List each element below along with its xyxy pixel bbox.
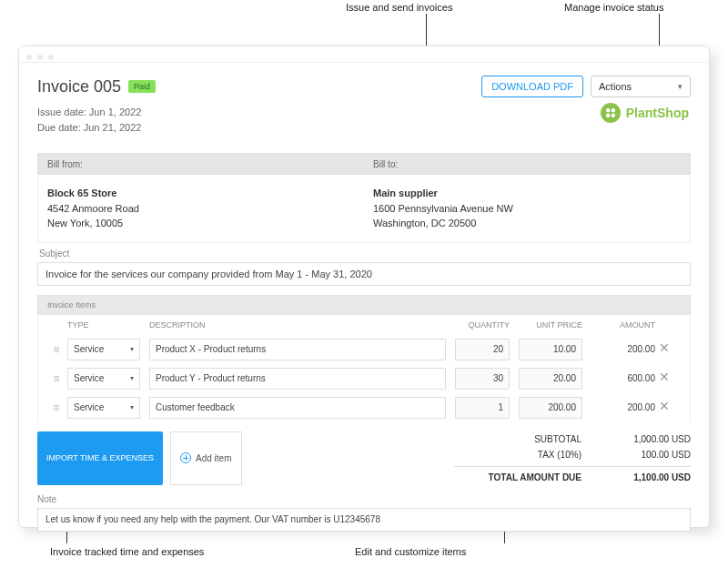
subject-input[interactable] bbox=[37, 262, 691, 286]
due-date: Due date: Jun 21, 2022 bbox=[37, 120, 691, 136]
bill-from-name: Block 65 Store bbox=[47, 186, 364, 201]
chevron-down-icon: ▾ bbox=[678, 82, 682, 91]
plus-icon bbox=[180, 452, 191, 463]
bill-to-name: Main supplier bbox=[373, 186, 690, 201]
issue-date: Issue date: Jun 1, 2022 bbox=[37, 105, 691, 120]
bill-to: Main supplier 1600 Pennsylvania Avenue N… bbox=[364, 186, 690, 231]
bill-from-line1: 4542 Anmoore Road bbox=[47, 201, 364, 217]
chevron-down-icon: ▾ bbox=[130, 403, 134, 411]
annotation-top-right: Manage invoice status bbox=[564, 2, 663, 13]
bill-to-label: Bill to: bbox=[364, 159, 690, 169]
item-unit-price-input[interactable] bbox=[519, 339, 582, 360]
actions-dropdown[interactable]: Actions ▾ bbox=[591, 76, 691, 97]
annotation-bottom-left: Invoice tracked time and expenses bbox=[50, 546, 204, 557]
bill-from: Block 65 Store 4542 Anmoore Road New Yor… bbox=[38, 186, 364, 231]
logo-text: PlantShop bbox=[626, 106, 689, 120]
item-amount: 200.00 bbox=[582, 344, 655, 354]
delete-row-button[interactable]: ✕ bbox=[655, 370, 673, 388]
drag-handle-icon[interactable]: ≡ bbox=[46, 343, 67, 356]
download-pdf-button[interactable]: DOWNLOAD PDF bbox=[481, 76, 583, 97]
import-time-expenses-button[interactable]: IMPORT TIME & EXPENSES bbox=[37, 431, 163, 485]
app-window: Invoice 005 Paid DOWNLOAD PDF Actions ▾ … bbox=[18, 46, 710, 528]
annotation-bottom-right: Edit and customize items bbox=[355, 546, 466, 557]
logo-icon bbox=[601, 103, 621, 123]
item-unit-price-input[interactable] bbox=[519, 397, 582, 419]
brand-logo: PlantShop bbox=[601, 103, 689, 123]
invoice-items-header: Invoice Items bbox=[37, 295, 691, 315]
bill-to-line2: Washington, DC 20500 bbox=[373, 216, 690, 231]
delete-row-button[interactable]: ✕ bbox=[655, 340, 673, 359]
add-item-button[interactable]: Add item bbox=[170, 431, 241, 485]
item-qty-input[interactable] bbox=[455, 397, 510, 419]
window-dot bbox=[26, 55, 32, 60]
window-dot bbox=[37, 55, 43, 60]
invoice-item-row: ≡Service▾200.00✕ bbox=[37, 335, 691, 364]
bill-to-line1: 1600 Pennsylvania Avenue NW bbox=[373, 201, 690, 217]
item-description-input[interactable] bbox=[149, 397, 446, 419]
item-qty-input[interactable] bbox=[455, 368, 510, 390]
bill-from-line2: New York, 10005 bbox=[47, 216, 364, 231]
subject-label: Subject bbox=[37, 248, 691, 259]
window-titlebar bbox=[19, 46, 709, 63]
window-dot bbox=[48, 55, 54, 60]
drag-handle-icon[interactable]: ≡ bbox=[46, 401, 67, 414]
invoice-item-row: ≡Service▾600.00✕ bbox=[37, 364, 691, 393]
add-item-label: Add item bbox=[196, 453, 231, 463]
chevron-down-icon: ▾ bbox=[130, 374, 134, 382]
actions-label: Actions bbox=[599, 81, 632, 92]
item-type-select[interactable]: Service▾ bbox=[67, 397, 140, 419]
item-amount: 600.00 bbox=[582, 373, 655, 383]
item-qty-input[interactable] bbox=[455, 339, 510, 360]
items-column-header: TYPE DESCRIPTION QUANTITY UNIT PRICE AMO… bbox=[37, 315, 691, 335]
note-input[interactable] bbox=[37, 508, 691, 532]
invoice-item-row: ≡Service▾200.00✕ bbox=[37, 393, 691, 422]
item-amount: 200.00 bbox=[582, 402, 655, 412]
totals: SUBTOTAL1,000.00 USD TAX (10%)100.00 USD… bbox=[454, 431, 691, 485]
bill-from-label: Bill from: bbox=[38, 159, 364, 169]
item-type-select[interactable]: Service▾ bbox=[67, 368, 140, 390]
item-type-select[interactable]: Service▾ bbox=[67, 339, 140, 360]
chevron-down-icon: ▾ bbox=[130, 345, 134, 353]
status-badge: Paid bbox=[128, 80, 156, 93]
delete-row-button[interactable]: ✕ bbox=[655, 399, 673, 417]
note-label: Note bbox=[37, 494, 691, 504]
invoice-title: Invoice 005 bbox=[37, 77, 121, 96]
drag-handle-icon[interactable]: ≡ bbox=[46, 372, 67, 385]
item-unit-price-input[interactable] bbox=[519, 368, 582, 390]
item-description-input[interactable] bbox=[149, 339, 446, 360]
item-description-input[interactable] bbox=[149, 368, 446, 390]
annotation-top-mid: Issue and send invoices bbox=[346, 2, 452, 13]
